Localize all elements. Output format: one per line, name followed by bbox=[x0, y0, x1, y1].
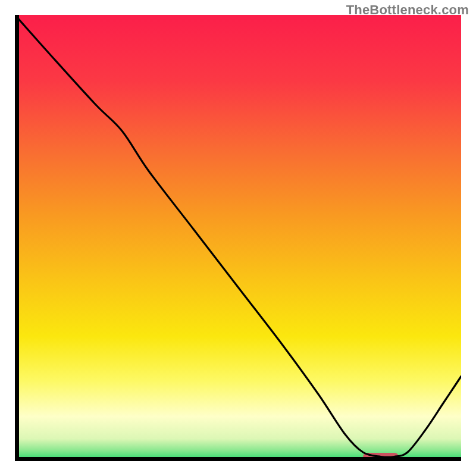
plot-area bbox=[15, 15, 461, 461]
axes-frame bbox=[15, 15, 461, 461]
chart-container: TheBottleneck.com bbox=[0, 0, 476, 476]
